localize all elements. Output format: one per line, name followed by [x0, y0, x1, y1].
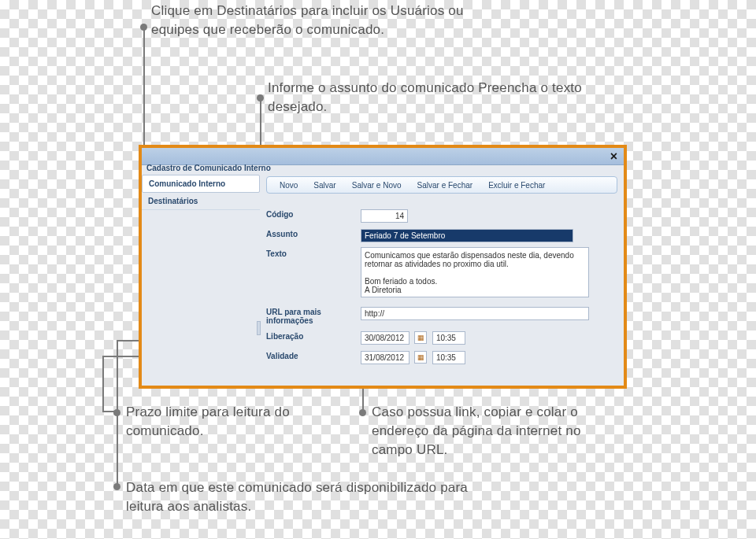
label-validade: Validade [266, 349, 361, 360]
toolbar-salvar[interactable]: Salvar [306, 181, 343, 190]
label-texto: Texto [266, 247, 361, 258]
form: Código Assunto Texto URL para mais infor… [266, 203, 617, 379]
sidebar-resize-handle[interactable] [257, 321, 261, 335]
input-assunto[interactable] [361, 229, 573, 242]
toolbar-salvar-novo[interactable]: Salvar e Novo [344, 181, 410, 190]
app-window: × Cadastro de Comunicado Interno Comunic… [139, 145, 627, 389]
sidebar: Comunicado Interno Destinatários [142, 175, 260, 210]
callout-destinatarios: Clique em Destinatários para incluir os … [151, 2, 490, 39]
close-icon[interactable]: × [610, 150, 617, 164]
calendar-icon[interactable]: ▦ [414, 351, 427, 364]
toolbar: Novo Salvar Salvar e Novo Salvar e Fecha… [266, 176, 617, 194]
calendar-icon[interactable]: ▦ [414, 331, 427, 344]
input-validade-date[interactable] [361, 351, 410, 364]
input-codigo[interactable] [361, 209, 408, 223]
input-liberacao-time[interactable] [432, 331, 465, 345]
window-title: Cadastro de Comunicado Interno [146, 164, 271, 172]
callout-validade: Prazo limite para leitura do comunicado. [126, 403, 323, 441]
label-codigo: Código [266, 208, 361, 219]
label-assunto: Assunto [266, 227, 361, 238]
sidebar-item-comunicado[interactable]: Comunicado Interno [142, 175, 260, 193]
callout-liberacao: Data em que este comunicado será disponi… [126, 478, 488, 516]
label-url: URL para mais informações [266, 305, 361, 325]
toolbar-novo[interactable]: Novo [272, 181, 306, 190]
label-liberacao: Liberação [266, 330, 361, 341]
window-titlebar: × [142, 148, 624, 165]
input-validade-time[interactable] [432, 351, 465, 364]
callout-assunto: Informe o assunto do comunicado Preencha… [268, 79, 598, 116]
input-liberacao-date[interactable] [361, 331, 410, 345]
toolbar-excluir-fechar[interactable]: Excluir e Fechar [480, 181, 553, 190]
input-url[interactable] [361, 307, 589, 320]
sidebar-item-destinatarios[interactable]: Destinatários [142, 193, 260, 210]
input-texto[interactable] [361, 247, 589, 297]
toolbar-salvar-fechar[interactable]: Salvar e Fechar [410, 181, 481, 190]
callout-url: Caso possua link, copiar e colar o ender… [372, 403, 616, 459]
